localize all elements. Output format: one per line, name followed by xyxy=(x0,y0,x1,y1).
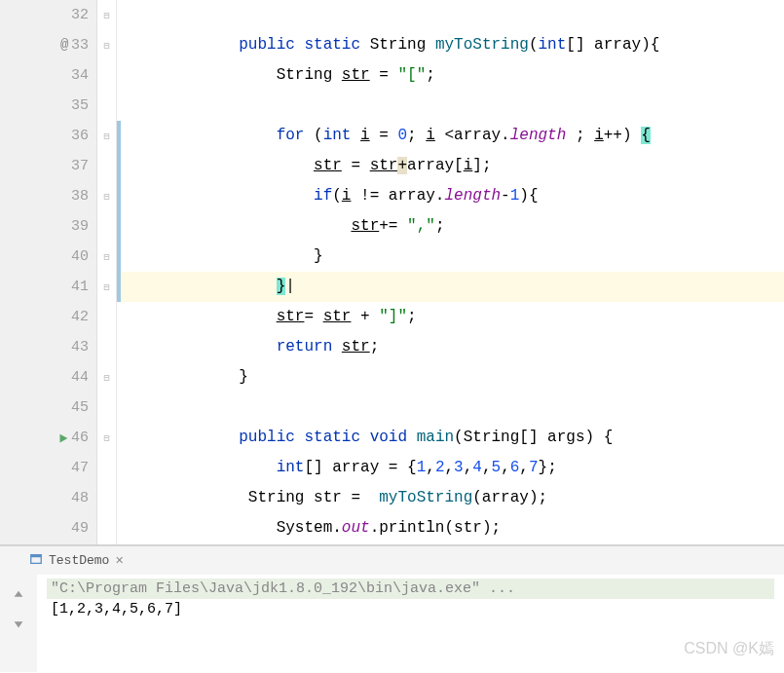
code-token: int xyxy=(539,36,567,54)
fold-handle[interactable] xyxy=(97,513,116,543)
code-line[interactable]: }| xyxy=(117,272,784,302)
code-token: [] array = { xyxy=(304,459,416,476)
line-number[interactable]: 41 xyxy=(0,272,89,302)
fold-handle[interactable] xyxy=(97,483,116,513)
line-number[interactable]: 40 xyxy=(0,242,89,272)
code-token: static xyxy=(304,429,369,446)
code-line[interactable]: } xyxy=(117,242,784,272)
code-line[interactable]: for (int i = 0; i <array.length ; i++) { xyxy=(117,121,784,151)
code-token: , xyxy=(501,459,510,476)
code-token: 1 xyxy=(510,187,520,205)
line-number[interactable]: 42 xyxy=(0,302,89,332)
override-marker-icon[interactable]: @ xyxy=(60,30,68,60)
code-token: [] array){ xyxy=(566,36,659,54)
code-line[interactable]: public static String myToString(int[] ar… xyxy=(117,30,784,60)
run-tabs-bar: TestDemo × xyxy=(0,545,784,575)
code-line[interactable]: str= str + "]"; xyxy=(117,302,784,332)
code-line[interactable]: String str = myToString(array); xyxy=(117,483,784,513)
code-token: <array. xyxy=(435,127,510,144)
line-number[interactable]: 35 xyxy=(0,91,89,121)
code-token: i xyxy=(426,127,435,144)
code-token: array[ xyxy=(407,157,464,174)
fold-handle[interactable]: ⊟ xyxy=(97,30,116,60)
fold-handle[interactable] xyxy=(97,302,116,332)
fold-handle[interactable] xyxy=(97,151,116,181)
fold-handle[interactable]: ⊟ xyxy=(97,121,116,151)
fold-handle[interactable]: ⊟ xyxy=(97,362,116,393)
line-number[interactable]: 44 xyxy=(0,362,89,393)
code-token: ( xyxy=(314,127,323,144)
application-icon xyxy=(29,552,43,570)
fold-handle[interactable]: ⊟ xyxy=(97,181,116,211)
code-token: int xyxy=(323,127,360,144)
line-number[interactable]: 43 xyxy=(0,332,89,362)
console-toolbar xyxy=(0,575,37,672)
code-line[interactable]: str = str+array[i]; xyxy=(117,151,784,181)
code-line[interactable]: str+= ","; xyxy=(117,211,784,242)
line-number[interactable]: 36 xyxy=(0,121,89,151)
code-line[interactable] xyxy=(117,91,784,121)
code-line[interactable]: int[] array = {1,2,3,4,5,6,7}; xyxy=(117,453,784,483)
fold-handle[interactable] xyxy=(97,332,116,362)
line-number[interactable]: 39 xyxy=(0,211,89,242)
code-line[interactable]: public static void main(String[] args) { xyxy=(117,423,784,453)
line-number[interactable]: 49 xyxy=(0,513,89,543)
fold-handle[interactable] xyxy=(97,91,116,121)
code-token: str xyxy=(323,308,352,325)
code-token: (array); xyxy=(472,489,547,506)
code-token: str xyxy=(314,157,342,174)
fold-handle[interactable]: ⊟ xyxy=(97,423,116,453)
code-token: 1 xyxy=(417,459,427,476)
run-tab-testdemo[interactable]: TestDemo × xyxy=(19,548,133,574)
line-number[interactable]: 33@ xyxy=(0,30,89,60)
fold-handle[interactable]: ⊟ xyxy=(97,272,116,302)
fold-handle[interactable] xyxy=(97,453,116,483)
fold-column[interactable]: ⊟⊟⊟⊟⊟⊟⊟⊟ xyxy=(97,0,117,544)
code-token: , xyxy=(464,459,473,476)
fold-handle[interactable]: ⊟ xyxy=(97,0,116,30)
code-line[interactable] xyxy=(117,393,784,423)
code-token: 5 xyxy=(492,459,502,476)
code-line[interactable]: if(i != array.length-1){ xyxy=(117,181,784,211)
arrow-down-icon[interactable] xyxy=(12,617,25,635)
fold-handle[interactable] xyxy=(97,393,116,423)
code-token: out xyxy=(342,519,370,537)
code-line[interactable]: } xyxy=(117,362,784,393)
console-output[interactable]: "C:\Program Files\Java\jdk1.8.0_192\bin\… xyxy=(37,575,784,672)
line-number[interactable]: 46 xyxy=(0,423,89,453)
code-token: main xyxy=(417,429,454,446)
code-token: str xyxy=(351,217,379,235)
code-token: void xyxy=(370,429,417,446)
change-marker xyxy=(117,151,121,181)
arrow-up-icon[interactable] xyxy=(12,588,25,607)
change-marker xyxy=(117,121,121,151)
code-line[interactable] xyxy=(117,0,784,30)
fold-handle[interactable] xyxy=(97,211,116,242)
run-icon[interactable] xyxy=(56,423,70,453)
line-number[interactable]: 37 xyxy=(0,151,89,181)
code-line[interactable]: return str; xyxy=(117,332,784,362)
line-number[interactable]: 38 xyxy=(0,181,89,211)
change-marker xyxy=(117,211,121,242)
code-token: + xyxy=(351,308,379,325)
line-number[interactable]: 34 xyxy=(0,60,89,91)
code-token: }; xyxy=(539,459,557,476)
code-token: 7 xyxy=(529,459,539,476)
code-token: ; xyxy=(370,338,380,355)
line-number[interactable]: 48 xyxy=(0,483,89,513)
code-token: str xyxy=(277,308,305,325)
change-marker xyxy=(117,242,121,272)
code-line[interactable]: String str = "["; xyxy=(117,60,784,91)
line-number-gutter[interactable]: 3233@34353637383940414243444546474849 xyxy=(0,0,97,544)
line-number[interactable]: 47 xyxy=(0,453,89,483)
fold-handle[interactable]: ⊟ xyxy=(97,242,116,272)
close-icon[interactable]: × xyxy=(115,553,123,569)
line-number[interactable]: 45 xyxy=(0,393,89,423)
line-number[interactable]: 32 xyxy=(0,0,89,30)
code-token: return xyxy=(277,338,342,355)
code-token: += xyxy=(379,217,407,235)
code-line[interactable]: System.out.println(str); xyxy=(117,513,784,543)
code-area[interactable]: public static String myToString(int[] ar… xyxy=(117,0,784,544)
fold-handle[interactable] xyxy=(97,60,116,91)
code-token: i xyxy=(594,127,604,144)
